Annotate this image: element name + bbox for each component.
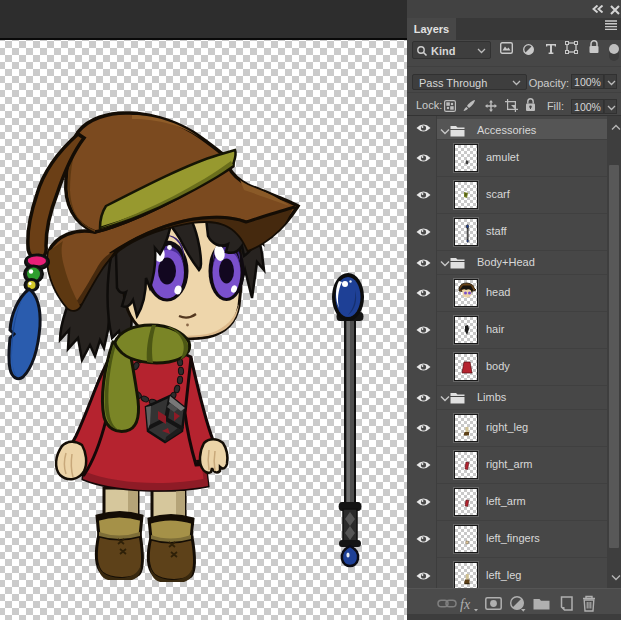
- svg-text:fx: fx: [460, 597, 471, 612]
